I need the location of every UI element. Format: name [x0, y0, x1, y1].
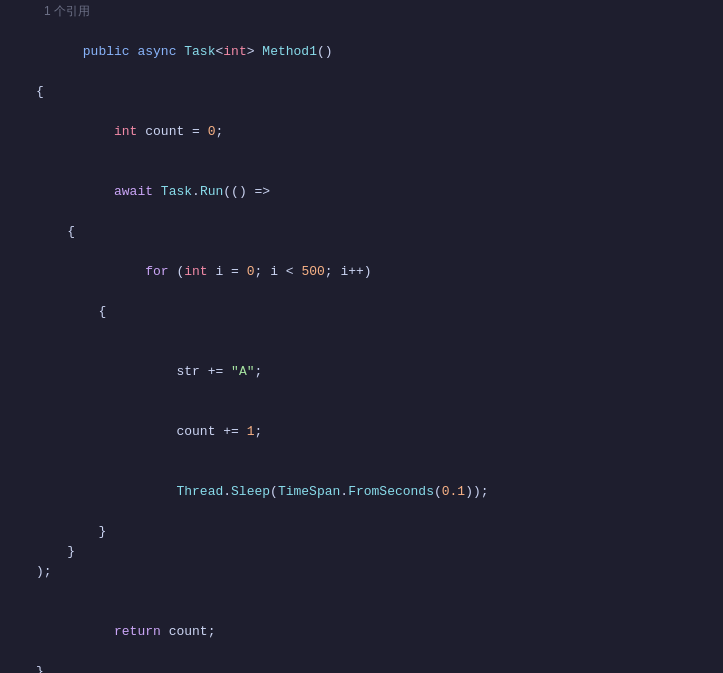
ref-line-1: 1 个引用 — [0, 0, 723, 22]
code-line-await: await Task.Run(() => — [0, 162, 723, 222]
code-line-count-decl: int count = 0; — [0, 102, 723, 162]
code-line-open-brace-3: { — [0, 302, 723, 322]
code-line-for-500: for (int i = 0; i < 500; i++) — [0, 242, 723, 302]
code-line-count-inc: count += 1; — [0, 402, 723, 462]
code-line-close-lambda: } — [0, 542, 723, 562]
code-line-empty-1 — [0, 322, 723, 342]
code-line-return: return count; — [0, 602, 723, 662]
code-line-close-inner: } — [0, 522, 723, 542]
code-line-empty-2 — [0, 582, 723, 602]
code-line-open-brace-1: { — [0, 82, 723, 102]
code-editor: 1 个引用 public async Task<int> Method1() {… — [0, 0, 723, 673]
code-line-sleep: Thread.Sleep(TimeSpan.FromSeconds(0.1)); — [0, 462, 723, 522]
code-line-method1-sig: public async Task<int> Method1() — [0, 22, 723, 82]
code-line-open-brace-2: { — [0, 222, 723, 242]
code-line-str-a: str += "A"; — [0, 342, 723, 402]
code-line-method1-close: } — [0, 662, 723, 673]
code-line-close-paren: ); — [0, 562, 723, 582]
